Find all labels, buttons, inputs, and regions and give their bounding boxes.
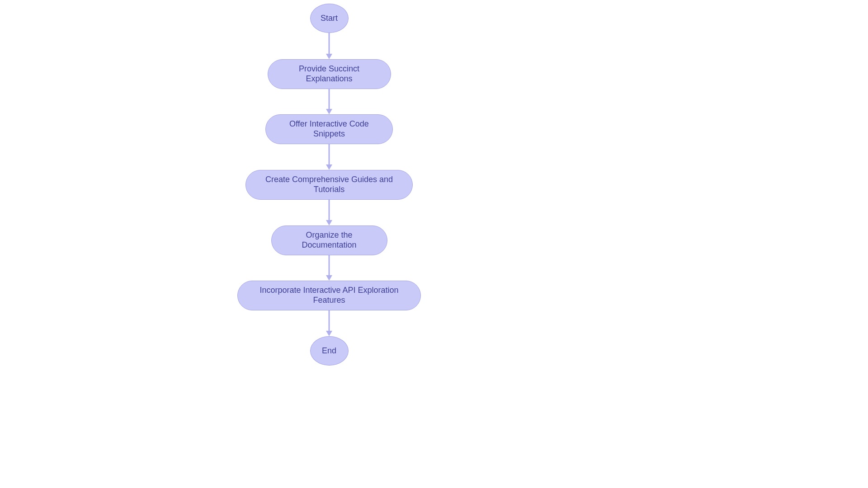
flow-arrow-3 [329,200,330,220]
flow-arrowhead-0 [326,54,332,59]
flow-node-n5: Incorporate Interactive API Exploration … [237,281,421,310]
flow-arrowhead-5 [326,331,332,336]
flow-arrowhead-1 [326,109,332,114]
flow-node-n1: Provide Succinct Explanations [268,59,391,89]
flow-arrow-0 [329,33,330,54]
flow-node-end: End [310,336,349,366]
flow-node-start: Start [310,4,349,33]
flow-node-n3: Create Comprehensive Guides and Tutorial… [245,170,413,200]
flow-node-n4: Organize the Documentation [271,225,387,255]
flow-node-n2: Offer Interactive Code Snippets [265,114,393,144]
flow-arrowhead-2 [326,164,332,170]
flow-arrowhead-3 [326,220,332,225]
flow-arrow-2 [329,144,330,164]
flowchart-canvas: StartProvide Succinct ExplanationsOffer … [0,0,868,488]
flow-arrowhead-4 [326,275,332,281]
flow-arrow-4 [329,255,330,275]
flow-arrow-1 [329,89,330,109]
flow-arrow-5 [329,310,330,331]
